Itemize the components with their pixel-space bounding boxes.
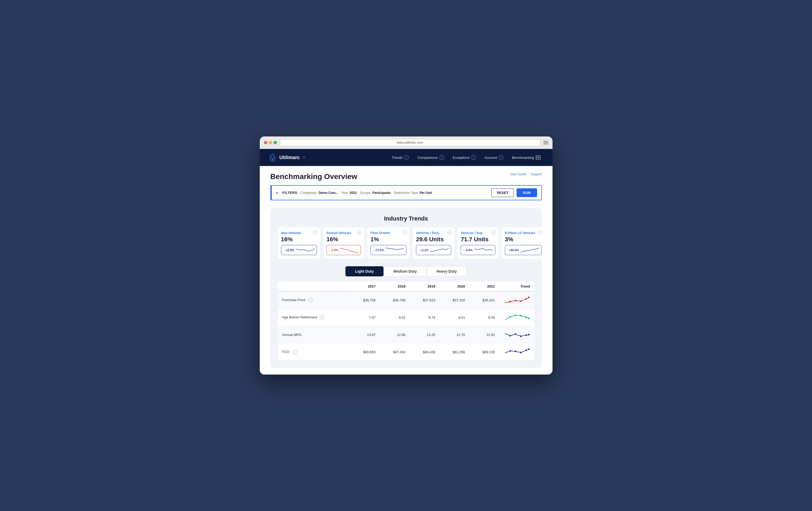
retired-vehicles-delta: ↓ -1.0% bbox=[329, 248, 338, 252]
fleet-growth-trend-box: ↓ -72.3% bbox=[371, 245, 406, 255]
filters-bar: ► FILTERS Companies: Demo Com... Year: 2… bbox=[270, 185, 542, 200]
tab-heavy-duty[interactable]: Heavy Duty bbox=[427, 266, 467, 276]
nav-bar: Utilimarc ® Trends ✓ Comparisons ✓ Excep… bbox=[260, 149, 552, 166]
cell-annual-mpg-2019: 13.25 bbox=[410, 326, 439, 343]
ev-new-ld-label: EV/New LD Vehicles bbox=[505, 231, 542, 235]
table-row-annual-mpg: Annual MPG 13.67 12.86 13.25 12.70 12.92 bbox=[278, 326, 534, 343]
info-icon-new-vehicles[interactable]: i bbox=[313, 230, 318, 234]
menu-icon[interactable] bbox=[544, 141, 548, 144]
vehicles-tech-value: 29.6 Units bbox=[416, 236, 451, 243]
col-header-label bbox=[278, 282, 350, 291]
groups-val[interactable]: Participants bbox=[372, 191, 391, 195]
fleet-growth-arrow: ↓ bbox=[373, 249, 374, 251]
nav-exceptions-label: Exceptions bbox=[453, 156, 470, 160]
ev-new-ld-delta: ↑ +66.9% bbox=[507, 248, 519, 252]
retired-vehicles-value: 16% bbox=[326, 236, 361, 243]
info-icon-tco[interactable]: i bbox=[292, 350, 297, 354]
cell-tco-2020: $81,356 bbox=[439, 343, 469, 361]
cell-tco-trend bbox=[499, 343, 534, 361]
svg-point-7 bbox=[520, 315, 522, 317]
nav-item-trends[interactable]: Trends ✓ bbox=[388, 153, 412, 162]
tab-medium-duty[interactable]: Medium Duty bbox=[383, 266, 427, 276]
info-icon-age-retirement[interactable]: i bbox=[320, 315, 324, 320]
close-button[interactable] bbox=[264, 141, 267, 144]
nav-items: Trends ✓ Comparisons ✓ Exceptions ✓ Acco… bbox=[388, 153, 544, 162]
run-button[interactable]: RUN bbox=[517, 188, 537, 197]
vehicles-sup-label: Vehicles / Sup. bbox=[461, 231, 495, 235]
svg-point-15 bbox=[510, 350, 511, 352]
col-header-2018: 2018 bbox=[380, 282, 410, 291]
cell-annual-mpg-label: Annual MPG bbox=[278, 326, 350, 343]
new-vehicles-label: New Vehicles bbox=[281, 231, 317, 235]
filter-dist-type: Distribution Type: Per Unit bbox=[394, 191, 432, 195]
fleet-growth-delta: ↓ -72.3% bbox=[373, 248, 384, 252]
tab-light-duty[interactable]: Light Duty bbox=[345, 266, 383, 276]
dist-type-key: Distribution Type: bbox=[394, 191, 418, 195]
nav-item-account[interactable]: Account ○ bbox=[481, 153, 506, 162]
groups-key: Groups: bbox=[360, 191, 372, 195]
cell-purchase-price-2019: $37,523 bbox=[410, 291, 439, 309]
nav-item-benchmarking[interactable]: Benchmarking bbox=[509, 153, 544, 162]
tco-chart bbox=[503, 347, 530, 357]
cell-annual-mpg-2021: 12.92 bbox=[469, 326, 499, 343]
comparisons-chevron-icon: ✓ bbox=[439, 155, 444, 160]
info-icon-ev-new-ld[interactable]: i bbox=[538, 230, 542, 234]
vehicles-sup-arrow: ↓ bbox=[463, 249, 464, 251]
cell-tco-2018: $87,434 bbox=[380, 343, 410, 361]
user-guide-link[interactable]: User Guide bbox=[510, 172, 526, 176]
svg-point-1 bbox=[515, 300, 516, 301]
svg-point-12 bbox=[520, 335, 522, 337]
vehicles-tech-trend-box: ↑ +1.2% bbox=[416, 245, 451, 255]
cell-age-retirement-trend bbox=[499, 309, 534, 326]
support-link[interactable]: Support bbox=[530, 172, 542, 176]
cell-age-retirement-2017: 7.67 bbox=[350, 309, 380, 326]
table-row-tco: TCO i $80,855 $87,434 $86,438 $81,356 $8… bbox=[278, 343, 534, 361]
cell-annual-mpg-2018: 12.86 bbox=[380, 326, 410, 343]
page-content: Benchmarking Overview User Guide Support… bbox=[260, 166, 552, 374]
ev-new-ld-trend-box: ↑ +66.9% bbox=[505, 245, 542, 255]
cell-age-retirement-label: Age Before Retirement i bbox=[278, 309, 350, 326]
retired-vehicles-label: Retired Vehicles bbox=[326, 231, 361, 235]
cell-tco-label: TCO i bbox=[278, 343, 350, 361]
cell-annual-mpg-2017: 13.67 bbox=[350, 326, 380, 343]
cell-age-retirement-2020: 8.61 bbox=[439, 309, 469, 326]
info-icon-retired-vehicles[interactable]: i bbox=[357, 230, 361, 234]
cell-purchase-price-label: Purchase Price i bbox=[278, 291, 350, 309]
vehicles-tech-arrow: ↑ bbox=[418, 249, 420, 251]
cell-purchase-price-trend bbox=[499, 291, 534, 309]
cell-tco-2019: $86,438 bbox=[410, 343, 439, 361]
maximize-button[interactable] bbox=[273, 141, 277, 144]
svg-point-9 bbox=[528, 318, 530, 319]
col-header-2019: 2019 bbox=[410, 282, 439, 291]
nav-item-exceptions[interactable]: Exceptions ✓ bbox=[450, 153, 479, 162]
account-person-icon: ○ bbox=[498, 155, 503, 160]
info-icon-vehicles-sup[interactable]: i bbox=[492, 230, 496, 234]
companies-val[interactable]: Demo Com... bbox=[319, 191, 338, 195]
minimize-button[interactable] bbox=[269, 141, 272, 144]
cell-purchase-price-2017: $35,756 bbox=[350, 291, 380, 309]
cell-age-retirement-2018: 8.62 bbox=[380, 309, 410, 326]
cell-age-retirement-2019: 8.74 bbox=[410, 309, 439, 326]
nav-item-comparisons[interactable]: Comparisons ✓ bbox=[414, 153, 447, 162]
svg-point-16 bbox=[515, 351, 516, 352]
dist-type-val[interactable]: Per Unit bbox=[420, 191, 432, 195]
retired-vehicles-arrow: ↓ bbox=[329, 249, 330, 251]
svg-point-0 bbox=[510, 301, 511, 302]
svg-point-4 bbox=[528, 297, 530, 298]
cell-purchase-price-2018: $36,766 bbox=[380, 291, 410, 309]
ev-new-ld-value: 3% bbox=[505, 236, 542, 243]
metric-card-retired-vehicles: i Retired Vehicles 16% ↓ -1.0% bbox=[323, 228, 364, 259]
table-row-age-retirement: Age Before Retirement i 7.67 8.62 8.74 8… bbox=[278, 309, 534, 326]
nav-logo: Utilimarc ® bbox=[268, 153, 305, 162]
info-icon-purchase-price[interactable]: i bbox=[309, 298, 313, 302]
year-val[interactable]: 2021 bbox=[350, 191, 357, 195]
address-bar[interactable]: www.utilimarc.com bbox=[280, 139, 540, 146]
cell-annual-mpg-trend bbox=[499, 326, 534, 343]
reset-button[interactable]: RESET bbox=[491, 188, 514, 197]
metric-card-fleet-growth: i Fleet Growth 1% ↓ -72.3% bbox=[367, 228, 410, 259]
trends-chevron-icon: ✓ bbox=[404, 155, 409, 160]
svg-point-17 bbox=[520, 352, 522, 353]
svg-point-14 bbox=[528, 334, 530, 335]
svg-point-13 bbox=[525, 334, 527, 336]
new-vehicles-delta: ↓ -12.8% bbox=[284, 248, 294, 252]
